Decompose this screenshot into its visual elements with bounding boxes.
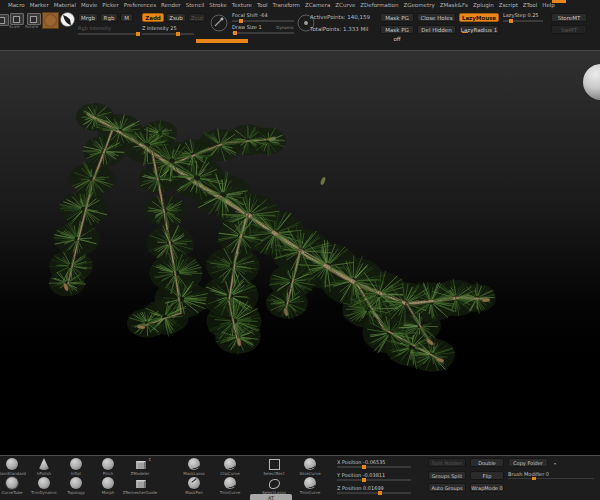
focal-shift-handle[interactable] (239, 19, 243, 23)
brush-hpolish[interactable]: hPolish (28, 458, 60, 476)
double-button[interactable]: Double (470, 458, 504, 467)
menu-item-zmask-fs[interactable]: ZMask&Fs (440, 2, 468, 10)
brush-masklasso[interactable]: MaskLasso (176, 458, 212, 476)
menu-item-movie[interactable]: Movie (81, 2, 97, 10)
menu-item-render[interactable]: Render (161, 2, 181, 10)
z-intensity-slider[interactable]: Z Intensity 25 (142, 25, 194, 35)
focal-shift-slider[interactable]: Focal Shift -64 (232, 12, 294, 22)
brush-modifier-slider[interactable]: Brush Modifier 0 (508, 471, 596, 480)
menu-item-stroke[interactable]: Stroke (209, 2, 227, 10)
brush-label: Topology (67, 490, 85, 495)
brush-selectrect[interactable]: SelectRect (256, 458, 292, 476)
menu-item-tool[interactable]: Tool (257, 2, 268, 10)
sphere-icon (70, 477, 82, 489)
brush-curvetube[interactable]: CurveTube (0, 477, 28, 495)
y-position-slider[interactable]: Y Position -0.03811 (337, 472, 411, 485)
brush-damstandard[interactable]: DamStandard (0, 458, 28, 476)
z-position-slider[interactable]: Z Position 0.01699 (337, 485, 411, 498)
brush-label: hPolish (37, 471, 51, 476)
mrgb-button[interactable]: Mrgb (78, 13, 98, 22)
brush-slicecurve[interactable]: SliceCurve (292, 458, 328, 476)
sphere-icon (6, 458, 18, 470)
copy-folder-button[interactable]: Copy Folder▾ (508, 458, 548, 467)
brush-trimdynamic[interactable]: TrimDynamic (28, 477, 60, 495)
brush-zremesherguide[interactable]: ZRemesherGuide (124, 477, 156, 495)
mask-pg-on-button[interactable]: Mask PG on (380, 13, 414, 22)
brush-pinch[interactable]: Pinch (92, 458, 124, 476)
menu-item-help[interactable]: Help (542, 2, 555, 10)
stroke-brush-icon[interactable] (209, 13, 229, 33)
rgb-intensity-handle[interactable] (136, 32, 140, 36)
active-color-swatch[interactable] (42, 12, 59, 29)
brush-clipcurve[interactable]: ClipCurve (212, 458, 248, 476)
m-button[interactable]: M (120, 13, 133, 22)
swmt-button[interactable]: SwMT (551, 25, 587, 34)
menu-item-zgeometry[interactable]: ZGeometry (403, 2, 434, 10)
brush-trimcurve[interactable]: TrimCurve (292, 477, 328, 495)
active-points-readout: ActivePoints: 140,159 (310, 14, 370, 20)
menu-item-ztool[interactable]: ZTool (523, 2, 537, 10)
brush-label: CurveTube (1, 490, 22, 495)
menu-item-picker[interactable]: Picker (102, 2, 118, 10)
mask-pg-off-button[interactable]: Mask PG off (380, 25, 414, 34)
menu-item-zcurve[interactable]: ZCurve (335, 2, 355, 10)
slider-handle[interactable] (362, 478, 366, 482)
menu-item-zcamera[interactable]: ZCamera (305, 2, 330, 10)
x-position-slider[interactable]: X Position -0.06535 (337, 459, 411, 472)
brush-modifier-handle[interactable] (532, 477, 536, 481)
slider-handle[interactable] (362, 465, 366, 469)
menu-item-texture[interactable]: Texture (232, 2, 252, 10)
brush-label: Inflat (71, 471, 81, 476)
lazyradius-button[interactable]: LazyRadius 1 (459, 25, 499, 34)
position-sliders: X Position -0.06535Y Position -0.03811Z … (337, 459, 411, 498)
brush-label: TrimCurve (220, 490, 240, 495)
brush-inflat[interactable]: Inflat (60, 458, 92, 476)
auto-groups-button[interactable]: Auto Groups (428, 483, 466, 492)
brush-trimcurve[interactable]: TrimCurve (212, 477, 248, 495)
lazystep-handle[interactable] (509, 19, 513, 23)
storemt-button[interactable]: StoreMT (551, 13, 587, 22)
lazyradius-marker (462, 32, 468, 34)
groups-split-button[interactable]: Groups Split (428, 471, 466, 480)
button-column-2: DoubleFlipWrapMode 0 (470, 458, 504, 496)
lazymouse-button[interactable]: LazyMouse (459, 13, 499, 22)
slider-handle[interactable] (378, 491, 382, 495)
pine-branch-model[interactable] (0, 51, 600, 455)
del-hidden-button[interactable]: Del Hidden (417, 25, 456, 34)
at-chip[interactable]: AT (250, 494, 292, 500)
menu-item-zdeformation[interactable]: ZDeformation (360, 2, 398, 10)
rgb-intensity-slider[interactable]: Rgb Intensity (78, 25, 140, 35)
menu-item-zscript[interactable]: Zscript (499, 2, 518, 10)
brush-zmodeler[interactable]: ZModeler1 (124, 458, 156, 476)
menu-item-stencil[interactable]: Stencil (186, 2, 205, 10)
menu-item-zplugin[interactable]: Zplugin (473, 2, 494, 10)
rgb-button[interactable]: Rgb (100, 13, 118, 22)
brush-label: ZModeler (131, 471, 150, 476)
flip-button[interactable]: Flip (470, 471, 504, 480)
brush-topology[interactable]: Topology (60, 477, 92, 495)
material-sphere-icon[interactable] (60, 12, 75, 27)
split-hidden-button[interactable]: Split Hidden (428, 458, 466, 467)
zadd-button[interactable]: Zadd (142, 13, 164, 22)
menu-item-preferences[interactable]: Preferences (124, 2, 156, 10)
draw-size-handle[interactable] (233, 31, 237, 35)
slider-label: X Position -0.06535 (337, 459, 411, 466)
brush-selectlasso[interactable]: SelectLasso (256, 477, 292, 495)
draw-size-slider[interactable]: Draw Size 1 Dynamic (232, 24, 294, 34)
z-intensity-handle[interactable] (176, 32, 180, 36)
viewport-canvas[interactable] (0, 50, 600, 455)
wrapmode-0-button[interactable]: WrapMode 0 (470, 483, 504, 492)
brush-maskpen[interactable]: MaskPen (176, 477, 212, 495)
lazystep-slider[interactable]: LazyStep 0.25 (503, 12, 547, 22)
menu-item-material[interactable]: Material (54, 2, 76, 10)
zcut-button[interactable]: Zcut (188, 13, 206, 22)
menu-item-transform[interactable]: Transform (273, 2, 300, 10)
zsub-button[interactable]: Zsub (166, 13, 186, 22)
brush-row-middle-1: MaskLassoClipCurveSelectRectSliceCurve (176, 458, 328, 476)
close-holes-button[interactable]: Close Holes (417, 13, 456, 22)
dynamic-mode-label[interactable]: Dynamic (276, 25, 294, 30)
menu-item-marker[interactable]: Marker (30, 2, 49, 10)
menu-item-macro[interactable]: Macro (8, 2, 25, 10)
brush-morph[interactable]: Morph (92, 477, 124, 495)
cropped-tool-icon[interactable] (0, 14, 9, 26)
